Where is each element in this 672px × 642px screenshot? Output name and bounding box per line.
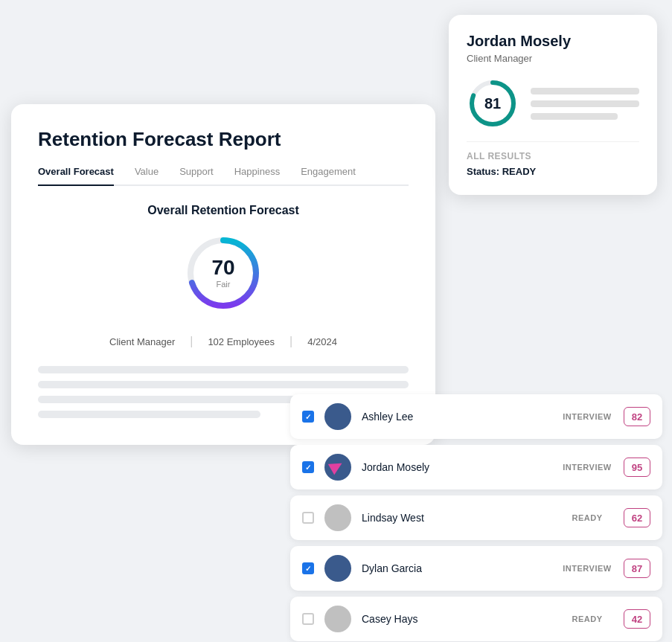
donut-label: Fair (211, 280, 234, 289)
profile-all-results[interactable]: ALL RESULTS (467, 151, 639, 161)
report-title: Retention Forecast Report (38, 128, 409, 151)
profile-status-label: Status: (467, 166, 499, 177)
employee-name: Jordan Mosely (362, 461, 551, 473)
meta-date: 4/2024 (307, 336, 337, 347)
profile-skel-2 (531, 100, 639, 107)
employee-checkbox[interactable] (302, 613, 314, 625)
main-donut-chart: 70 Fair (182, 232, 264, 314)
employee-row: Ashley LeeINTERVIEW82 (290, 394, 662, 439)
employee-avatar (324, 606, 351, 632)
employee-score: 95 (624, 458, 650, 477)
employee-status: INTERVIEW (561, 564, 613, 573)
profile-donut: 81 (467, 77, 519, 129)
employee-status: INTERVIEW (561, 463, 613, 472)
meta-employees: 102 Employees (208, 336, 275, 347)
employee-status: INTERVIEW (561, 412, 613, 421)
profile-status: Status: READY (467, 166, 639, 177)
employee-checkbox[interactable] (302, 411, 314, 423)
tab-overall-forecast[interactable]: Overall Forecast (38, 166, 114, 184)
tab-support[interactable]: Support (179, 166, 214, 184)
meta-type: Client Manager (109, 336, 175, 347)
employee-row: Casey HaysREADY42 (290, 597, 662, 641)
employee-name: Casey Hays (362, 613, 551, 625)
profile-skel-1 (531, 88, 639, 94)
profile-bottom: ALL RESULTS Status: READY (467, 141, 639, 177)
profile-role: Client Manager (467, 53, 639, 64)
employee-score: 42 (624, 609, 650, 629)
tabs-bar: Overall Forecast Value Support Happiness… (38, 166, 409, 186)
employee-avatar (324, 555, 351, 582)
employee-name: Lindsay West (362, 512, 551, 524)
employee-status: READY (561, 513, 613, 522)
employee-score: 82 (624, 407, 650, 426)
employee-checkbox[interactable] (302, 512, 314, 524)
employee-name: Ashley Lee (362, 411, 551, 423)
donut-score: 70 (211, 257, 234, 278)
main-donut-container: 70 Fair (38, 232, 409, 314)
meta-sep-1: | (190, 335, 193, 348)
profile-card: Jordan Mosely Client Manager 81 ALL RESU… (449, 15, 657, 195)
employee-score: 87 (624, 559, 650, 578)
profile-skel-3 (531, 113, 618, 120)
tab-engagement[interactable]: Engagement (301, 166, 356, 184)
profile-skeleton-lines (531, 88, 639, 120)
employee-avatar (324, 504, 351, 531)
meta-row: Client Manager | 102 Employees | 4/2024 (38, 335, 409, 348)
employee-status: READY (561, 614, 613, 623)
employee-avatar (324, 403, 351, 430)
employee-checkbox[interactable] (302, 562, 314, 574)
skeleton-2 (38, 381, 409, 388)
profile-donut-score: 81 (484, 95, 501, 112)
donut-center: 70 Fair (211, 257, 234, 289)
meta-sep-2: | (289, 335, 292, 348)
employee-name: Dylan Garcia (362, 562, 551, 574)
employee-row: Lindsay WestREADY62 (290, 495, 662, 540)
skeleton-1 (38, 366, 409, 373)
employee-checkbox[interactable] (302, 461, 314, 473)
tab-happiness[interactable]: Happiness (234, 166, 280, 184)
tab-value[interactable]: Value (135, 166, 159, 184)
section-title: Overall Retention Forecast (38, 204, 409, 217)
employee-score: 62 (624, 508, 650, 527)
employee-list: Ashley LeeINTERVIEW82Jordan MoselyINTERV… (290, 394, 662, 642)
profile-name: Jordan Mosely (467, 33, 639, 50)
profile-content: 81 (467, 77, 639, 129)
employee-row: Dylan GarciaINTERVIEW87 (290, 546, 662, 591)
profile-status-value: READY (502, 166, 537, 177)
skeleton-4 (38, 411, 260, 418)
